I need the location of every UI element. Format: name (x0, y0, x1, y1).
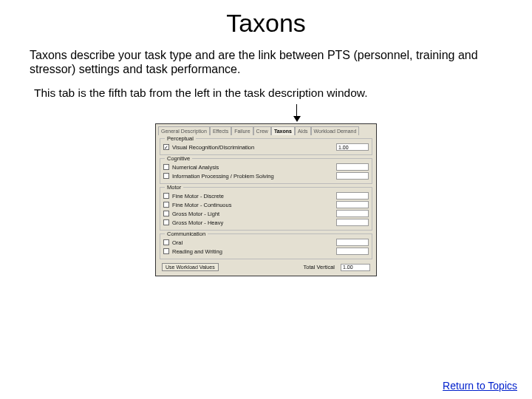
group-communication: Communication Oral Reading and Writing (160, 233, 372, 259)
group-motor: Motor Fine Motor - Discrete Fine Motor -… (160, 187, 372, 231)
label-infoproc: Information Processing / Problem Solving (172, 173, 274, 180)
label-oral: Oral (172, 239, 183, 246)
tab-aids[interactable]: Aids (295, 126, 311, 135)
tab-taxons[interactable]: Taxons (271, 126, 295, 135)
label-fine-discrete: Fine Motor - Discrete (172, 193, 224, 200)
row-gross-light: Gross Motor - Light (163, 210, 369, 217)
row-oral: Oral (163, 239, 369, 246)
tab-bar: General Description Effects Failure Crew… (156, 124, 376, 135)
tab-effects[interactable]: Effects (210, 126, 231, 135)
label-gross-heavy: Gross Motor - Heavy (172, 219, 223, 226)
total-label: Total Vertical (303, 264, 335, 270)
checkbox-numerical[interactable] (163, 164, 169, 170)
checkbox-fine-discrete[interactable] (163, 193, 169, 199)
use-workload-button[interactable]: Use Workload Values (162, 263, 219, 271)
intro-text: Taxons describe your task type and are t… (30, 48, 502, 76)
value-gross-light[interactable] (336, 210, 369, 217)
checkbox-oral[interactable] (163, 239, 169, 245)
tab-workload[interactable]: Workload Demand (311, 126, 360, 135)
row-fine-discrete: Fine Motor - Discrete (163, 192, 369, 200)
return-to-topics-link[interactable]: Return to Topics (443, 380, 517, 392)
row-fine-cont: Fine Motor - Continuous (163, 201, 369, 208)
group-title-perceptual: Perceptual (165, 135, 196, 142)
group-title-communication: Communication (165, 231, 208, 237)
row-numerical: Numerical Analysis (163, 163, 369, 171)
checkbox-infoproc[interactable] (163, 173, 169, 179)
value-oral[interactable] (336, 239, 369, 246)
total-value: 1.00 (341, 264, 370, 271)
row-infoproc: Information Processing / Problem Solving (163, 172, 369, 180)
value-infoproc[interactable] (336, 172, 369, 180)
checkbox-gross-heavy[interactable] (163, 219, 169, 225)
checkbox-fine-cont[interactable] (163, 202, 169, 208)
group-cognitive: Cognitive Numerical Analysis Information… (160, 158, 372, 184)
label-readwrite: Reading and Writing (172, 248, 222, 255)
row-gross-heavy: Gross Motor - Heavy (163, 219, 369, 226)
row-readwrite: Reading and Writing (163, 248, 369, 255)
value-readwrite[interactable] (336, 248, 369, 255)
value-fine-cont[interactable] (336, 201, 369, 208)
value-fine-discrete[interactable] (336, 192, 369, 200)
tab-crew[interactable]: Crew (253, 126, 271, 135)
arrow-indicator (0, 104, 532, 123)
task-dialog: General Description Effects Failure Crew… (155, 123, 377, 276)
group-perceptual: Perceptual Visual Recognition/Discrimina… (160, 138, 372, 155)
row-visual-recognition: Visual Recognition/Discrimination 1.00 (163, 143, 369, 151)
label-fine-cont: Fine Motor - Continuous (172, 202, 231, 208)
subintro-text: This tab is the fifth tab from the left … (34, 86, 502, 100)
dialog-bottom: Use Workload Values Total Vertical 1.00 (156, 261, 376, 273)
page-title: Taxons (0, 9, 532, 38)
value-gross-heavy[interactable] (336, 219, 369, 226)
tab-failure[interactable]: Failure (231, 126, 253, 135)
tab-general[interactable]: General Description (158, 126, 210, 135)
label-numerical: Numerical Analysis (172, 164, 219, 171)
group-title-cognitive: Cognitive (165, 155, 192, 162)
group-title-motor: Motor (165, 184, 183, 191)
value-visual-recognition[interactable]: 1.00 (336, 143, 369, 151)
checkbox-visual-recognition[interactable] (163, 144, 169, 150)
label-visual-recognition: Visual Recognition/Discrimination (172, 144, 254, 151)
checkbox-gross-light[interactable] (163, 211, 169, 216)
checkbox-readwrite[interactable] (163, 248, 169, 254)
label-gross-light: Gross Motor - Light (172, 211, 219, 217)
value-numerical[interactable] (336, 163, 369, 171)
